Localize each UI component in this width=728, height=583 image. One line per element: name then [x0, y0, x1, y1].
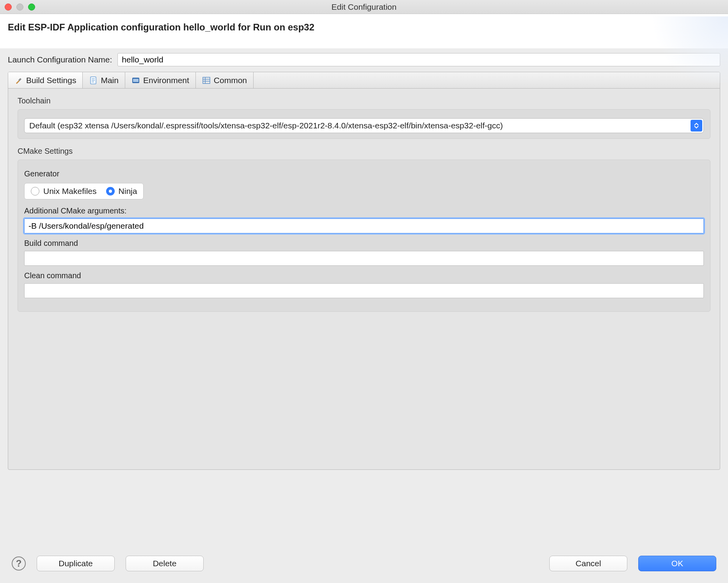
page-title: Edit ESP-IDF Application configuration h…	[8, 22, 720, 33]
tab-environment[interactable]: Environment	[125, 72, 196, 88]
radio-dot-checked-icon	[106, 187, 115, 196]
toolchain-select[interactable]: Default (esp32 xtensa /Users/kondal/.esp…	[24, 118, 704, 133]
tab-main[interactable]: Main	[83, 72, 125, 88]
launch-config-name-row: Launch Configuration Name:	[8, 48, 720, 72]
tab-body-build-settings: Toolchain Default (esp32 xtensa /Users/k…	[8, 89, 720, 469]
additional-cmake-args-label: Additional CMake arguments:	[24, 206, 704, 215]
clean-command-input[interactable]	[24, 283, 704, 298]
environment-icon	[131, 76, 140, 85]
tab-label: Common	[214, 76, 247, 85]
hammer-icon	[14, 76, 23, 85]
cmake-settings-label: CMake Settings	[18, 147, 710, 156]
build-command-input[interactable]	[24, 251, 704, 266]
radio-label: Unix Makefiles	[43, 187, 97, 196]
tab-label: Main	[101, 76, 119, 85]
button-label: Cancel	[575, 559, 601, 568]
tab-label: Environment	[143, 76, 189, 85]
window-title: Edit Configuration	[0, 2, 728, 12]
svg-rect-5	[133, 79, 138, 82]
toolchain-select-value: Default (esp32 xtensa /Users/kondal/.esp…	[29, 121, 503, 130]
tab-bar: Build Settings Main	[8, 72, 720, 89]
additional-cmake-args-input[interactable]	[24, 219, 704, 233]
radio-dot-icon	[31, 187, 39, 196]
button-label: Duplicate	[59, 559, 93, 568]
radio-label: Ninja	[119, 187, 137, 196]
generator-label: Generator	[24, 169, 704, 178]
chevron-up-down-icon	[691, 120, 702, 132]
dialog-button-bar: ? Duplicate Delete Cancel OK	[0, 545, 728, 583]
question-mark-icon: ?	[16, 558, 22, 569]
document-icon	[89, 76, 98, 85]
tab-build-settings[interactable]: Build Settings	[8, 72, 83, 88]
help-button[interactable]: ?	[12, 556, 26, 571]
build-command-label: Build command	[24, 239, 704, 248]
window-titlebar: Edit Configuration	[0, 0, 728, 14]
radio-unix-makefiles[interactable]: Unix Makefiles	[31, 187, 97, 196]
duplicate-button[interactable]: Duplicate	[37, 556, 115, 571]
toolchain-label: Toolchain	[18, 96, 710, 105]
radio-ninja[interactable]: Ninja	[106, 187, 137, 196]
delete-button[interactable]: Delete	[126, 556, 204, 571]
dialog-header: Edit ESP-IDF Application configuration h…	[0, 14, 728, 48]
button-label: OK	[671, 559, 683, 568]
ok-button[interactable]: OK	[638, 556, 716, 571]
table-icon	[202, 76, 211, 85]
clean-command-label: Clean command	[24, 271, 704, 280]
svg-rect-6	[203, 77, 210, 84]
launch-config-name-label: Launch Configuration Name:	[8, 55, 112, 64]
tab-common[interactable]: Common	[196, 72, 254, 88]
tab-label: Build Settings	[26, 76, 76, 85]
launch-config-name-input[interactable]	[117, 53, 720, 66]
generator-radio-group: Unix Makefiles Ninja	[24, 183, 144, 199]
cancel-button[interactable]: Cancel	[549, 556, 627, 571]
tab-container: Build Settings Main	[8, 72, 720, 470]
toolchain-group: Default (esp32 xtensa /Users/kondal/.esp…	[18, 109, 710, 139]
button-label: Delete	[153, 559, 177, 568]
cmake-settings-group: Generator Unix Makefiles Ninja Additiona…	[18, 160, 710, 312]
